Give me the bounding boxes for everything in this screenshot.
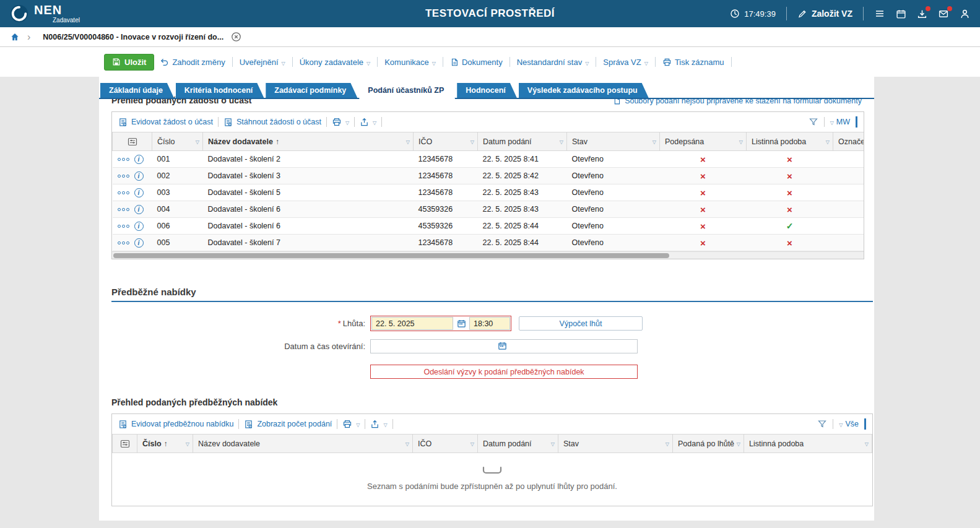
info-icon[interactable] (134, 171, 144, 181)
profile-button[interactable] (960, 9, 970, 19)
col-header-ico[interactable]: IČO (413, 435, 478, 453)
view-selector[interactable]: MW (830, 118, 850, 126)
send-prelim-offers-call-button[interactable]: Odeslání výzvy k podání předběžných nabí… (370, 365, 638, 379)
prelim-offers-grid: Evidovat předběžnou nabídku Zobrazit poč… (111, 413, 873, 506)
col-header-listinna-podoba[interactable]: Listinná podoba (744, 435, 872, 453)
row-menu-button[interactable] (118, 225, 129, 228)
column-filter-icon[interactable] (737, 441, 740, 446)
row-menu-button[interactable] (118, 241, 129, 245)
col-header-datum-podani[interactable]: Datum podání (478, 132, 567, 151)
col-header-oznaceni[interactable]: Označení (833, 132, 864, 151)
calculate-deadlines-button[interactable]: Výpočet lhůt (519, 316, 643, 331)
tab-hodnoceni[interactable]: Hodnocení (457, 83, 517, 98)
print-grid-button[interactable] (342, 419, 360, 429)
tab-kriteria-hodnoceni[interactable]: Kritéria hodnocení (176, 83, 264, 98)
table-row[interactable]: 003 Dodavatel - školení 5 12345678 22. 5… (113, 184, 864, 201)
nonstandard-state-menu-button[interactable]: Nestandardní stav (517, 58, 589, 67)
column-settings-header[interactable] (113, 435, 137, 453)
column-filter-icon[interactable] (470, 139, 474, 144)
requests-table-wrap: Číslo Název dodavatele IČO Datum podání … (112, 132, 864, 251)
tab-podani-ucastniku-zp[interactable]: Podání účastníků ZP (359, 83, 455, 99)
column-filter-icon[interactable] (666, 441, 669, 446)
column-filter-icon[interactable] (653, 139, 656, 144)
col-header-nazev-dodavatele[interactable]: Název dodavatele (203, 132, 414, 151)
messages-button[interactable] (938, 9, 949, 19)
downloads-button[interactable] (917, 9, 927, 19)
col-header-listinna-podoba[interactable]: Listinná podoba (747, 132, 833, 151)
table-row[interactable]: 006 Dodavatel - školení 6 45359326 22. 5… (113, 218, 864, 235)
home-button[interactable] (10, 32, 20, 41)
table-row[interactable]: 001 Dodavatel - školení 2 12345678 22. 5… (113, 151, 864, 168)
col-header-ico[interactable]: IČO (414, 132, 478, 151)
col-header-stav[interactable]: Stav (567, 132, 660, 151)
menu-button[interactable] (874, 9, 885, 19)
export-grid-button[interactable] (370, 420, 387, 429)
save-button[interactable]: Uložit (104, 54, 154, 71)
communication-menu-button[interactable]: Komunikace (384, 58, 436, 67)
register-request-button[interactable]: Evidovat žádost o účast (118, 118, 213, 127)
info-icon[interactable] (134, 222, 144, 231)
print-grid-button[interactable] (332, 117, 349, 127)
column-filter-icon[interactable] (826, 139, 830, 144)
row-menu-button[interactable] (118, 191, 129, 194)
col-header-stav[interactable]: Stav (558, 435, 673, 453)
undo-icon (160, 58, 169, 67)
paper-form-mark: × (747, 235, 833, 251)
filter-icon[interactable] (809, 117, 818, 127)
col-header-nazev-dodavatele[interactable]: Název dodavatele (193, 435, 413, 453)
col-header-cislo[interactable]: Číslo (152, 132, 203, 151)
column-filter-icon[interactable] (739, 139, 743, 144)
table-row[interactable]: 004 Dodavatel - školení 6 45359326 22. 5… (113, 201, 864, 218)
calendar-button[interactable] (896, 9, 906, 19)
close-record-button[interactable] (231, 32, 241, 42)
calendar-picker-button[interactable] (454, 317, 468, 330)
col-header-datum-podani[interactable]: Datum podání (478, 435, 558, 453)
row-menu-button[interactable] (118, 175, 129, 178)
info-icon[interactable] (134, 238, 144, 248)
column-filter-icon[interactable] (865, 441, 869, 446)
col-header-podepsana[interactable]: Podepsána (660, 132, 747, 151)
register-prelim-offer-button[interactable]: Evidovat předběžnou nabídku (118, 420, 233, 429)
column-filter-icon[interactable] (405, 441, 409, 446)
nen-home-link[interactable]: NEN Zadavatel (10, 4, 80, 24)
col-header-cislo[interactable]: Číslo (137, 435, 193, 453)
tab-vysledek-zadavaciho-postupu[interactable]: Výsledek zadávacího postupu (519, 83, 649, 98)
column-filter-icon[interactable] (196, 139, 199, 144)
paper-form-mark: × (747, 201, 833, 218)
calendar-picker-button[interactable] (498, 341, 507, 350)
discard-changes-button[interactable]: Zahodit změny (160, 58, 225, 67)
tab-zakladni-udaje[interactable]: Základní údaje (100, 83, 174, 98)
col-header-podana-po-lhute[interactable]: Podaná po lhůtě (673, 435, 744, 453)
manage-vz-menu-button[interactable]: Správa VZ (603, 58, 648, 67)
grid-scroll-hint (864, 418, 866, 430)
row-menu-button[interactable] (118, 158, 129, 161)
table-row[interactable]: 002 Dodavatel - školení 3 12345678 22. 5… (113, 168, 864, 184)
row-menu-button[interactable] (118, 208, 129, 211)
column-settings-header[interactable] (113, 132, 152, 151)
print-record-button[interactable]: Tisk záznamu (662, 58, 724, 67)
info-icon[interactable] (134, 155, 144, 164)
download-requests-button[interactable]: Stáhnout žádosti o účast (223, 118, 321, 127)
column-filter-icon[interactable] (560, 139, 563, 144)
table-row[interactable]: 005 Dodavatel - školení 7 12345678 22. 5… (113, 235, 864, 251)
column-filter-icon[interactable] (406, 139, 410, 144)
info-icon[interactable] (134, 188, 144, 197)
publish-menu-button[interactable]: Uveřejnění (240, 58, 285, 67)
horizontal-scrollbar[interactable] (112, 251, 864, 259)
filter-icon[interactable] (817, 419, 827, 429)
column-filter-icon[interactable] (186, 441, 189, 446)
contracting-tasks-menu-button[interactable]: Úkony zadavatele (300, 58, 371, 67)
printer-icon (342, 419, 352, 429)
column-filter-icon[interactable] (470, 441, 474, 446)
documents-button[interactable]: Dokumenty (450, 58, 503, 67)
horizontal-scrollbar-thumb[interactable] (113, 253, 669, 258)
show-submission-count-button[interactable]: Zobrazit počet podání (244, 420, 332, 429)
deadline-time-input[interactable] (469, 317, 510, 330)
create-vz-button[interactable]: Založit VZ (797, 9, 852, 19)
tab-zadavaci-podminky[interactable]: Zadávací podmínky (266, 83, 357, 98)
deadline-date-input[interactable] (371, 317, 453, 330)
view-selector[interactable]: Vše (839, 420, 859, 428)
column-filter-icon[interactable] (551, 441, 555, 446)
export-grid-button[interactable] (360, 118, 376, 127)
info-icon[interactable] (134, 205, 144, 214)
